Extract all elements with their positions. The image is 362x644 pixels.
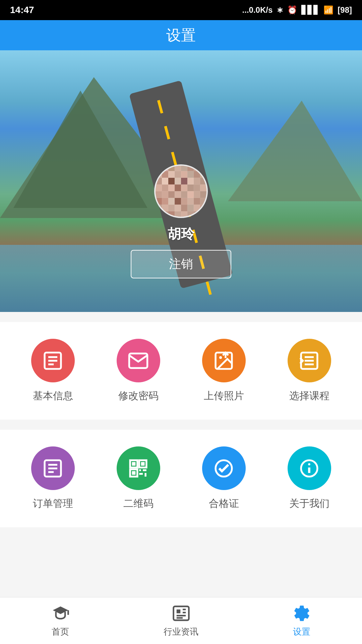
upload-photo-icon <box>202 339 246 382</box>
mountain-decoration-left2 <box>13 91 147 208</box>
svg-rect-20 <box>132 471 136 475</box>
username: 胡玲 <box>168 225 194 243</box>
basic-info-label: 基本信息 <box>33 389 73 403</box>
nav-item-settings[interactable]: 设置 <box>241 604 362 638</box>
certificate-icon <box>202 446 246 490</box>
change-password-label: 修改密码 <box>118 389 159 403</box>
menu-item-about-us[interactable]: 关于我们 <box>270 446 349 511</box>
svg-marker-29 <box>53 606 68 614</box>
basic-info-icon <box>31 339 75 382</box>
page-title: 设置 <box>166 25 196 45</box>
certificate-label: 合格证 <box>209 497 239 511</box>
signal-icon: ▋▋▋ <box>301 5 319 15</box>
svg-rect-21 <box>139 469 141 471</box>
svg-point-28 <box>308 463 310 466</box>
gear-icon <box>293 604 311 623</box>
about-us-label: 关于我们 <box>289 497 329 511</box>
profile-banner: 胡玲 注销 <box>0 50 362 312</box>
menu-grid-1: 基本信息 修改密码 <box>13 339 349 403</box>
menu-item-order-mgmt[interactable]: 订单管理 <box>13 446 92 511</box>
bluetooth-icon: ∗ <box>277 5 283 15</box>
menu-grid-2: 订单管理 <box>13 446 349 511</box>
menu-item-select-course[interactable]: 选择课程 <box>270 339 349 403</box>
qrcode-icon <box>117 446 160 490</box>
nav-home-label: 首页 <box>52 626 69 638</box>
alarm-icon: ⏰ <box>287 5 297 15</box>
avatar[interactable] <box>154 164 208 218</box>
graduation-icon <box>51 604 70 623</box>
status-time: 14:47 <box>10 5 34 15</box>
nav-item-news[interactable]: 行业资讯 <box>121 604 241 638</box>
nav-news-label: 行业资讯 <box>164 626 198 638</box>
menu-item-certificate[interactable]: 合格证 <box>184 446 263 511</box>
svg-rect-16 <box>132 462 136 466</box>
upload-photo-label: 上传照片 <box>204 389 244 403</box>
nav-item-home[interactable]: 首页 <box>0 604 121 638</box>
avatar-image <box>156 164 206 218</box>
svg-rect-22 <box>143 469 146 471</box>
battery-icon: [98] <box>338 5 352 15</box>
bottom-navigation: 首页 行业资讯 设置 <box>0 597 362 644</box>
mountain-decoration-right <box>228 101 362 201</box>
nav-settings-label: 设置 <box>293 626 310 638</box>
status-bar: 14:47 ...0.0K/s ∗ ⏰ ▋▋▋ 📶 [98] <box>0 0 362 20</box>
select-course-label: 选择课程 <box>289 389 329 403</box>
wifi-icon: 📶 <box>323 5 334 15</box>
select-course-icon <box>288 339 331 382</box>
menu-item-upload-photo[interactable]: 上传照片 <box>184 339 263 403</box>
menu-section-1: 基本信息 修改密码 <box>0 322 362 420</box>
change-password-icon <box>117 339 160 382</box>
logout-button[interactable]: 注销 <box>131 250 231 278</box>
menu-section-2: 订单管理 <box>0 430 362 527</box>
menu-item-qrcode[interactable]: 二维码 <box>99 446 178 511</box>
network-speed: ...0.0K/s <box>242 5 273 15</box>
news-icon <box>172 604 190 623</box>
profile-overlay: 胡玲 注销 <box>131 164 231 278</box>
svg-point-5 <box>219 356 222 359</box>
svg-rect-23 <box>139 473 143 475</box>
svg-rect-24 <box>144 473 146 477</box>
order-mgmt-icon <box>31 446 75 490</box>
menu-item-basic-info[interactable]: 基本信息 <box>13 339 92 403</box>
svg-rect-18 <box>141 462 145 466</box>
status-right: ...0.0K/s ∗ ⏰ ▋▋▋ 📶 [98] <box>242 5 352 15</box>
svg-rect-32 <box>176 609 180 613</box>
menu-item-change-password[interactable]: 修改密码 <box>99 339 178 403</box>
order-mgmt-label: 订单管理 <box>33 497 73 511</box>
qrcode-label: 二维码 <box>123 497 154 511</box>
app-header: 设置 <box>0 20 362 50</box>
about-us-icon <box>288 446 331 490</box>
